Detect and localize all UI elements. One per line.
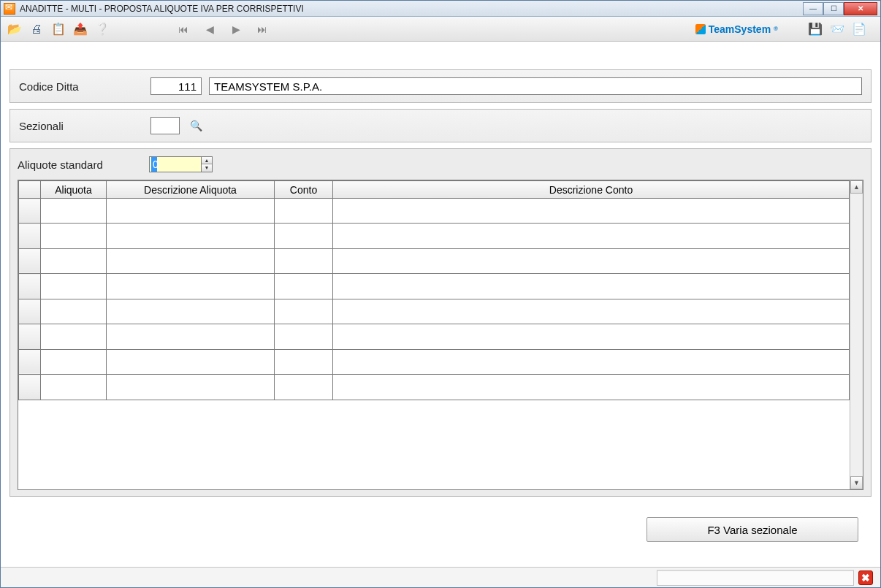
aliquote-panel: Aliquote standard ▲ ▼ Aliquota Des — [9, 148, 872, 497]
cell-aliquota[interactable] — [41, 199, 107, 224]
aliquote-grid[interactable]: Aliquota Descrizione Aliquota Conto Desc… — [18, 180, 863, 490]
brand-area: TeamSystem® 💾 📨 📄 — [695, 20, 876, 39]
teamsystem-logo: TeamSystem® — [695, 23, 778, 35]
table-row[interactable] — [19, 324, 850, 349]
spinner-down-icon[interactable]: ▼ — [202, 164, 212, 172]
help-icon[interactable]: ❔ — [93, 20, 112, 39]
row-selector[interactable] — [19, 324, 41, 349]
aliquote-table[interactable]: Aliquota Descrizione Aliquota Conto Desc… — [18, 180, 850, 489]
cell-descr_aliq[interactable] — [107, 349, 275, 374]
cell-conto[interactable] — [275, 199, 333, 224]
table-row[interactable] — [19, 248, 850, 273]
main-toolbar: 📂 🖨 📋 📤 ❔ ⏮ ◀ ▶ ⏭ TeamSystem® 💾 📨 📄 — [1, 17, 880, 42]
nav-first-icon[interactable]: ⏮ — [176, 22, 191, 37]
window-controls: — ☐ ✕ — [803, 2, 877, 15]
nav-last-icon[interactable]: ⏭ — [255, 22, 270, 37]
content-area: Codice Ditta TEAMSYSTEM S.P.A. Sezionali… — [1, 42, 880, 567]
scroll-up-icon[interactable]: ▲ — [850, 180, 863, 194]
cell-conto[interactable] — [275, 324, 333, 349]
print-icon[interactable]: 🖨 — [27, 20, 46, 39]
row-selector-header — [19, 181, 41, 199]
cell-aliquota[interactable] — [41, 274, 107, 299]
table-row[interactable] — [19, 274, 850, 299]
table-row[interactable] — [19, 199, 850, 224]
cell-descr_aliq[interactable] — [107, 375, 275, 400]
cell-descr_conto[interactable] — [333, 375, 850, 400]
cell-descr_conto[interactable] — [333, 299, 850, 324]
maximize-button[interactable]: ☐ — [823, 2, 844, 15]
table-row[interactable] — [19, 299, 850, 324]
status-bar: ✖ — [1, 567, 880, 587]
footer-area: F3 Varia sezionale — [9, 503, 872, 561]
row-selector[interactable] — [19, 349, 41, 374]
cell-aliquota[interactable] — [41, 375, 107, 400]
app-window: ANADITTE - MULTI - PROPOSTA ALIQUOTE IVA… — [0, 0, 881, 588]
minimize-button[interactable]: — — [803, 2, 823, 15]
cell-descr_aliq[interactable] — [107, 224, 275, 248]
open-icon[interactable]: 📂 — [5, 20, 24, 39]
lookup-icon[interactable]: 🔍 — [190, 120, 202, 131]
col-descr-conto[interactable]: Descrizione Conto — [333, 181, 850, 199]
cell-aliquota[interactable] — [41, 324, 107, 349]
cell-aliquota[interactable] — [41, 299, 107, 324]
logo-cube-icon — [695, 24, 706, 34]
nav-next-icon[interactable]: ▶ — [229, 22, 243, 37]
send-icon[interactable]: 📨 — [828, 20, 847, 39]
cell-descr_conto[interactable] — [333, 224, 850, 248]
col-descr-aliquota[interactable]: Descrizione Aliquota — [107, 181, 275, 199]
col-aliquota[interactable]: Aliquota — [41, 181, 107, 199]
aliquote-standard-spinner[interactable]: ▲ ▼ — [149, 156, 213, 172]
copy-icon[interactable]: 📋 — [49, 20, 68, 39]
cell-descr_aliq[interactable] — [107, 199, 275, 224]
sezionali-label: Sezionali — [19, 120, 143, 132]
save-icon[interactable]: 💾 — [806, 20, 825, 39]
table-row[interactable] — [19, 349, 850, 374]
cell-descr_conto[interactable] — [333, 199, 850, 224]
row-selector[interactable] — [19, 199, 41, 224]
row-selector[interactable] — [19, 224, 41, 248]
cell-conto[interactable] — [275, 349, 333, 374]
list-icon[interactable]: 📄 — [850, 20, 869, 39]
cell-conto[interactable] — [275, 248, 333, 273]
row-selector[interactable] — [19, 299, 41, 324]
app-icon — [4, 3, 15, 15]
grid-scrollbar[interactable]: ▲ ▼ — [850, 180, 863, 489]
export-icon[interactable]: 📤 — [71, 20, 90, 39]
cell-descr_aliq[interactable] — [107, 299, 275, 324]
cell-descr_aliq[interactable] — [107, 274, 275, 299]
cell-descr_aliq[interactable] — [107, 324, 275, 349]
sezionali-field[interactable] — [150, 117, 180, 134]
table-row[interactable] — [19, 224, 850, 248]
close-button[interactable]: ✕ — [844, 2, 877, 15]
row-selector[interactable] — [19, 248, 41, 273]
row-selector[interactable] — [19, 375, 41, 400]
company-code-field[interactable] — [150, 77, 202, 95]
cell-aliquota[interactable] — [41, 248, 107, 273]
cell-descr_conto[interactable] — [333, 274, 850, 299]
col-conto[interactable]: Conto — [275, 181, 333, 199]
cell-descr_conto[interactable] — [333, 324, 850, 349]
close-red-icon[interactable]: ✖ — [858, 570, 873, 585]
sezionali-panel: Sezionali 🔍 — [9, 109, 872, 142]
cell-conto[interactable] — [275, 375, 333, 400]
cell-descr_conto[interactable] — [333, 248, 850, 273]
company-panel: Codice Ditta TEAMSYSTEM S.P.A. — [9, 69, 872, 103]
spinner-up-icon[interactable]: ▲ — [202, 157, 212, 164]
cell-conto[interactable] — [275, 299, 333, 324]
window-title: ANADITTE - MULTI - PROPOSTA ALIQUOTE IVA… — [20, 4, 304, 14]
aliquote-standard-label: Aliquote standard — [18, 159, 142, 171]
cell-aliquota[interactable] — [41, 349, 107, 374]
title-bar[interactable]: ANADITTE - MULTI - PROPOSTA ALIQUOTE IVA… — [1, 1, 880, 17]
status-cell — [657, 570, 854, 586]
cell-aliquota[interactable] — [41, 224, 107, 248]
cell-descr_aliq[interactable] — [107, 248, 275, 273]
cell-conto[interactable] — [275, 224, 333, 248]
varia-sezionale-button[interactable]: F3 Varia sezionale — [647, 517, 858, 542]
cell-descr_conto[interactable] — [333, 349, 850, 374]
nav-prev-icon[interactable]: ◀ — [202, 22, 217, 37]
row-selector[interactable] — [19, 274, 41, 299]
aliquote-standard-input[interactable] — [149, 156, 202, 172]
cell-conto[interactable] — [275, 274, 333, 299]
table-row[interactable] — [19, 375, 850, 400]
scroll-down-icon[interactable]: ▼ — [850, 476, 863, 489]
